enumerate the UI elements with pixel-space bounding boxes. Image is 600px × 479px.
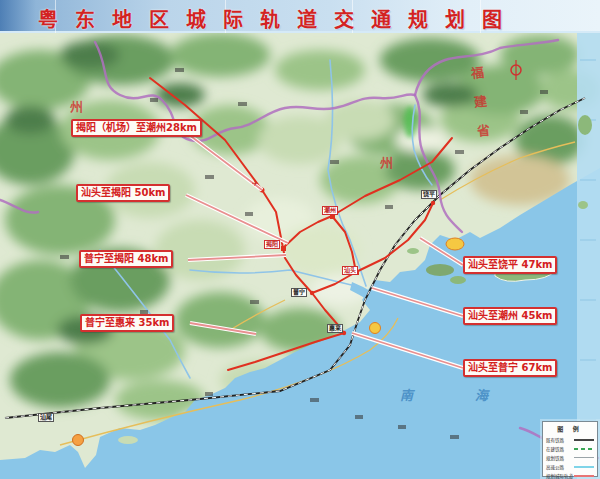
distance-label-puning-huilai: 普宁至惠来 35km — [80, 314, 174, 332]
legend-swatch-under-construction-railway — [574, 448, 594, 450]
region-label-zhou-mid: 州 — [380, 152, 393, 171]
title-banner: 粤东地区城际轨道交通规划图 — [0, 0, 600, 33]
legend-label: 规划铁路 — [546, 455, 564, 461]
map-canvas: ✈ — [0, 0, 600, 479]
legend-title: 图 例 — [546, 424, 594, 433]
airport-icon: ✈ — [252, 179, 259, 188]
legend-label: 高速公路 — [546, 464, 564, 470]
distance-label-shantou-raoping: 汕头至饶平 47km — [463, 256, 557, 274]
distance-label-shantou-jieyang: 汕头至揭阳 50km — [76, 184, 170, 202]
legend-row: 规划城际轨道 — [546, 471, 594, 479]
legend-row: 在建铁路 — [546, 444, 594, 453]
legend-swatch-existing-railway — [574, 439, 594, 441]
city-label-puning: 普宁 — [291, 288, 307, 297]
legend-swatch-planned-railway — [574, 457, 594, 459]
distance-label-puning-jieyang: 普宁至揭阳 48km — [79, 250, 173, 268]
distance-label-jieyang-airport-chaozhou: 揭阳（机场）至潮州28km — [71, 119, 202, 137]
city-label-shantou: 汕头 — [342, 266, 358, 275]
legend-label: 规划城际轨道 — [546, 473, 573, 479]
city-label-jieyang: 揭阳 — [264, 240, 280, 249]
city-label-raoping: 饶平 — [421, 190, 437, 199]
sea-label: 南海 — [400, 385, 550, 404]
legend-label: 既有铁路 — [546, 437, 564, 443]
legend-label: 在建铁路 — [546, 446, 564, 452]
page-title: 粤东地区城际轨道交通规划图 — [38, 4, 519, 33]
city-label-chaozhou: 潮州 — [322, 206, 338, 215]
legend-row: 既有铁路 — [546, 435, 594, 444]
region-label-zhou-left: 州 — [70, 96, 83, 115]
distance-label-shantou-puning: 汕头至普宁 67km — [463, 359, 557, 377]
city-label-shanwei: 汕尾 — [38, 413, 54, 422]
legend-row: 高速公路 — [546, 462, 594, 471]
city-label-huilai: 惠来 — [327, 324, 343, 333]
legend-box: 图 例 既有铁路 在建铁路 规划铁路 高速公路 规划城际轨道 — [542, 421, 598, 477]
legend-swatch-expressway — [574, 466, 594, 468]
distance-label-shantou-chaozhou: 汕头至潮州 45km — [463, 307, 557, 325]
planning-map-page: ✈ 粤东地区城际轨道交通规划图 州 州 福建省 南海 揭阳（机场）至潮州28km… — [0, 0, 600, 479]
legend-row: 规划铁路 — [546, 453, 594, 462]
legend-swatch-planned-intercity-rail — [574, 475, 594, 477]
